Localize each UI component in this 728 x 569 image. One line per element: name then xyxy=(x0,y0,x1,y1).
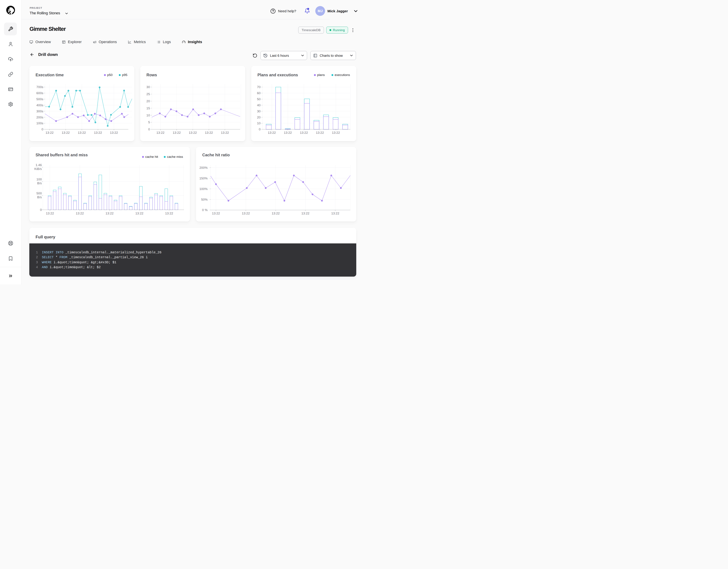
svg-text:13:22: 13:22 xyxy=(221,131,229,134)
svg-text:10: 10 xyxy=(257,122,261,125)
svg-text:1.46: 1.46 xyxy=(36,163,42,167)
svg-text:20: 20 xyxy=(146,99,150,103)
svg-text:0: 0 xyxy=(259,128,261,131)
svg-text:13:22: 13:22 xyxy=(331,212,339,215)
svg-text:70: 70 xyxy=(257,85,261,89)
svg-text:50%: 50% xyxy=(201,198,208,201)
svg-text:13:22: 13:22 xyxy=(268,131,276,134)
svg-text:13:22: 13:22 xyxy=(301,212,310,215)
svg-text:40: 40 xyxy=(257,103,261,107)
svg-text:10: 10 xyxy=(146,114,150,117)
svg-text:13:22: 13:22 xyxy=(156,131,164,134)
svg-text:13:22: 13:22 xyxy=(272,212,280,215)
svg-text:13:22: 13:22 xyxy=(45,131,54,134)
svg-text:150%: 150% xyxy=(199,177,208,180)
svg-text:B/s: B/s xyxy=(37,182,42,185)
svg-text:13:22: 13:22 xyxy=(205,131,213,134)
svg-text:13:22: 13:22 xyxy=(316,131,324,134)
svg-text:13:22: 13:22 xyxy=(62,131,70,134)
svg-text:13:22: 13:22 xyxy=(165,212,173,215)
svg-text:30: 30 xyxy=(146,85,150,89)
svg-text:13:22: 13:22 xyxy=(173,131,181,134)
svg-text:13:22: 13:22 xyxy=(189,131,197,134)
svg-text:500: 500 xyxy=(36,192,42,195)
svg-text:13:22: 13:22 xyxy=(110,131,118,134)
svg-text:13:22: 13:22 xyxy=(94,131,102,134)
svg-text:200s: 200s xyxy=(36,116,43,119)
svg-text:30: 30 xyxy=(257,110,261,113)
svg-text:13:22: 13:22 xyxy=(300,131,308,134)
svg-text:500s: 500s xyxy=(36,97,43,101)
svg-text:50: 50 xyxy=(257,97,261,101)
svg-text:100%: 100% xyxy=(199,187,208,191)
svg-text:13:22: 13:22 xyxy=(46,212,54,215)
svg-text:200%: 200% xyxy=(199,166,208,170)
svg-text:15: 15 xyxy=(146,107,150,110)
svg-text:13:22: 13:22 xyxy=(78,131,86,134)
svg-text:0: 0 xyxy=(41,128,43,131)
svg-text:25: 25 xyxy=(146,92,150,96)
svg-text:20: 20 xyxy=(257,116,261,119)
svg-text:13:22: 13:22 xyxy=(76,212,84,215)
svg-text:B/s: B/s xyxy=(37,196,42,199)
svg-text:0 %: 0 % xyxy=(202,208,208,212)
svg-text:700s: 700s xyxy=(36,85,43,89)
svg-text:600s: 600s xyxy=(36,91,43,95)
svg-text:5: 5 xyxy=(148,121,150,124)
svg-text:13:22: 13:22 xyxy=(105,212,114,215)
svg-text:300s: 300s xyxy=(36,110,43,113)
svg-text:KiB/s: KiB/s xyxy=(34,167,42,171)
svg-text:0: 0 xyxy=(148,128,150,131)
svg-text:13:22: 13:22 xyxy=(212,212,220,215)
svg-text:100s: 100s xyxy=(36,122,43,125)
svg-text:100: 100 xyxy=(36,178,42,181)
svg-text:13:22: 13:22 xyxy=(242,212,250,215)
svg-text:13:22: 13:22 xyxy=(284,131,292,134)
svg-text:13:22: 13:22 xyxy=(135,212,143,215)
svg-text:60: 60 xyxy=(257,91,261,95)
svg-text:13:22: 13:22 xyxy=(332,131,340,134)
svg-text:0: 0 xyxy=(40,208,42,212)
svg-text:400s: 400s xyxy=(36,103,43,107)
